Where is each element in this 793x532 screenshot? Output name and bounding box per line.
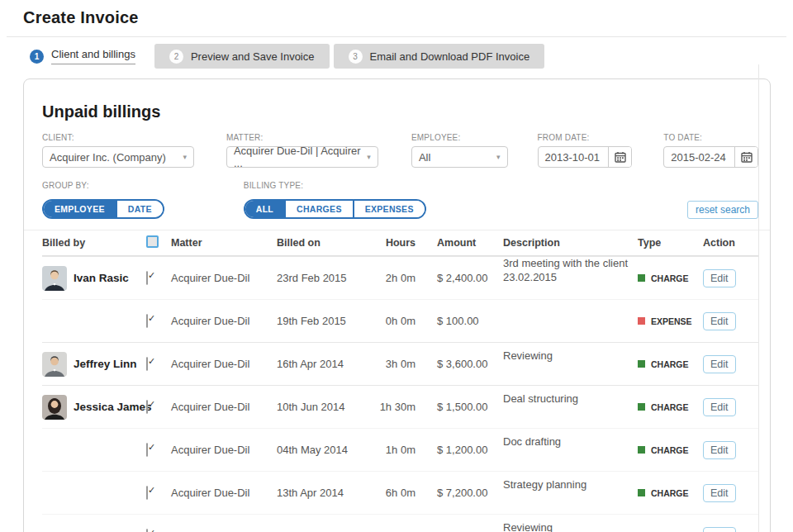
cell-description: Reviewing: [501, 521, 638, 532]
cell-matter: Acquirer Due-Dil: [171, 487, 277, 499]
cell-hours: 3h 0m: [374, 358, 419, 370]
calendar-icon: [741, 151, 753, 163]
edit-button[interactable]: Edit: [703, 312, 736, 330]
billing-type-expenses-option[interactable]: EXPENSES: [353, 201, 425, 217]
row-checkbox[interactable]: [146, 400, 148, 414]
type-label: CHARGE: [651, 445, 689, 455]
cell-description: Deal structuring: [501, 392, 638, 406]
table-row: Acquirer Due-Dil 13th Apr 2014 6h 0m $ 7…: [42, 471, 758, 514]
cell-matter: Acquirer Due-Dil: [171, 401, 277, 413]
tab-email-and-download[interactable]: 3 Email and Download PDF Invoice: [334, 44, 545, 69]
cell-matter: Acquirer Due-Dil: [171, 358, 277, 370]
edit-button[interactable]: Edit: [703, 398, 736, 416]
filters-row: CLIENT: Acquirer Inc. (Company) ▾ MATTER…: [42, 133, 758, 168]
cell-description: 3rd meeting with the client 23.02.2015: [501, 257, 638, 285]
title-divider: [7, 36, 786, 37]
table-row: Acquirer Due-Dil 19th Feb 2015 0h 0m $ 1…: [42, 299, 758, 342]
tab-label: Email and Download PDF Invoice: [370, 50, 530, 63]
tab-preview-and-save[interactable]: 2 Preview and Save Invoice: [154, 44, 330, 69]
group-by-label: GROUP BY:: [42, 181, 164, 190]
employee-select-value: All: [419, 151, 430, 164]
chevron-down-icon: ▾: [496, 153, 501, 161]
cell-matter: Acquirer Due-Dil: [171, 444, 277, 456]
cell-matter: Acquirer Due-Dil: [171, 315, 277, 327]
type-label: CHARGE: [651, 359, 689, 369]
cell-hours: 1h 30m: [374, 401, 419, 413]
type-label: EXPENSE: [651, 316, 692, 326]
toggles-row: GROUP BY: EMPLOYEE DATE BILLING TYPE: AL…: [42, 181, 758, 219]
group-by-date-option[interactable]: DATE: [116, 201, 163, 217]
step-number-badge: 1: [30, 50, 44, 64]
row-checkbox[interactable]: [146, 357, 148, 371]
to-date-input[interactable]: 2015-02-24: [664, 147, 734, 167]
table-header: Billed by Matter Billed on Hours Amount …: [42, 230, 758, 256]
page-title: Create Invoice: [23, 8, 770, 27]
type-swatch: [638, 446, 645, 454]
employee-name: Jeffrey Linn: [74, 358, 137, 370]
row-checkbox[interactable]: [146, 443, 148, 457]
cell-billed-on: 10th Jun 2014: [277, 401, 374, 413]
row-checkbox[interactable]: [146, 529, 148, 532]
row-checkbox[interactable]: [146, 271, 148, 285]
employee-name: Ivan Rasic: [74, 272, 129, 284]
select-all-checkbox[interactable]: [146, 235, 159, 248]
cell-billed-on: 04th May 2014: [277, 444, 374, 456]
tab-label: Client and billings: [51, 48, 135, 64]
step-number-badge: 3: [349, 50, 363, 64]
edit-button[interactable]: Edit: [703, 484, 736, 502]
page-edge-divider: [758, 64, 759, 532]
client-select[interactable]: Acquirer Inc. (Company) ▾: [42, 146, 194, 168]
matter-select[interactable]: Acquirer Due-Dil | Acquirer ... ▾: [226, 146, 378, 168]
column-action: Action: [703, 237, 753, 249]
table-row: Acquirer Due-Dil 11th Mar 2014 8h 0m $ 8…: [42, 514, 758, 532]
column-hours: Hours: [374, 237, 419, 249]
column-billed-on: Billed on: [277, 237, 374, 249]
to-date-calendar-button[interactable]: [734, 147, 757, 167]
column-matter: Matter: [171, 237, 277, 249]
matter-label: MATTER:: [226, 133, 378, 142]
cell-description: Strategy planning: [501, 478, 638, 492]
edit-button[interactable]: Edit: [703, 355, 736, 373]
table-row: Ivan Rasic Acquirer Due-Dil 23rd Feb 201…: [42, 256, 758, 299]
step-number-badge: 2: [169, 50, 183, 64]
cell-billed-on: 23rd Feb 2015: [277, 272, 374, 284]
avatar: [42, 395, 67, 420]
cell-hours: 0h 0m: [374, 315, 419, 327]
billing-type-all-option[interactable]: ALL: [245, 201, 284, 217]
from-date-calendar-button[interactable]: [608, 147, 631, 167]
row-checkbox[interactable]: [146, 486, 148, 500]
cell-hours: 2h 0m: [374, 272, 419, 284]
group-by-employee-option[interactable]: EMPLOYEE: [44, 201, 116, 217]
unpaid-billings-panel: Unpaid billings CLIENT: Acquirer Inc. (C…: [23, 78, 771, 532]
cell-description: Doc drafting: [501, 435, 638, 449]
billing-type-toggle: ALL CHARGES EXPENSES: [244, 199, 426, 219]
reset-search-button[interactable]: reset search: [687, 201, 758, 219]
cell-hours: 1h 0m: [374, 444, 419, 456]
tab-client-and-billings[interactable]: 1 Client and billings: [23, 44, 150, 69]
employee-name: Jessica James: [74, 401, 152, 413]
table-row: Jeffrey Linn Acquirer Due-Dil 16th Apr 2…: [42, 342, 758, 385]
employee-select[interactable]: All ▾: [411, 146, 508, 168]
column-type: Type: [638, 237, 703, 249]
cell-amount: $ 2,400.00: [419, 272, 501, 284]
wizard-tabs: 1 Client and billings 2 Preview and Save…: [23, 44, 770, 69]
type-label: CHARGE: [651, 488, 689, 498]
edit-button[interactable]: Edit: [703, 269, 736, 287]
type-swatch: [638, 489, 645, 496]
billing-type-charges-option[interactable]: CHARGES: [284, 201, 353, 217]
cell-amount: $ 3,600.00: [419, 358, 501, 370]
panel-heading: Unpaid billings: [42, 102, 758, 121]
type-swatch: [638, 317, 645, 325]
row-checkbox[interactable]: [146, 314, 148, 328]
cell-billed-on: 19th Feb 2015: [277, 315, 374, 327]
cell-amount: $ 1,200.00: [419, 444, 501, 456]
client-select-value: Acquirer Inc. (Company): [50, 151, 166, 164]
edit-button[interactable]: Edit: [703, 527, 736, 532]
type-label: CHARGE: [651, 273, 689, 283]
from-date-input[interactable]: 2013-10-01: [539, 147, 609, 167]
matter-select-value: Acquirer Due-Dil | Acquirer ...: [234, 145, 362, 169]
edit-button[interactable]: Edit: [703, 441, 736, 459]
chevron-down-icon: ▾: [183, 153, 187, 161]
to-date-label: TO DATE:: [663, 133, 758, 142]
cell-billed-on: 16th Apr 2014: [277, 358, 374, 370]
